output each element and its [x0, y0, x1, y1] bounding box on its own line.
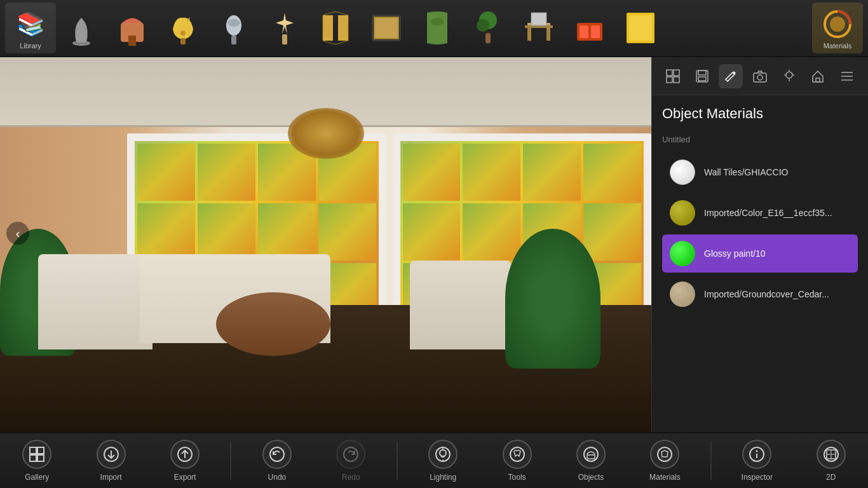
save-tool-button[interactable]: [690, 64, 714, 88]
svg-rect-44: [816, 78, 820, 82]
svg-rect-13: [375, 18, 398, 38]
plant-right: [505, 229, 600, 369]
gallery-button[interactable]: Gallery: [8, 435, 65, 487]
svg-rect-50: [30, 455, 36, 461]
divider-3: [710, 442, 712, 480]
svg-rect-19: [525, 25, 553, 28]
top-object-7[interactable]: [361, 3, 412, 53]
svg-rect-8: [282, 34, 287, 44]
top-object-1[interactable]: [56, 3, 107, 53]
objects-label: Objects: [578, 473, 604, 482]
panel-toolbar: [652, 57, 868, 95]
object-materials-panel: Object Materials Untitled Wall Tiles/GHI…: [652, 95, 868, 432]
top-object-6[interactable]: [310, 3, 361, 53]
edit-tool-button[interactable]: [719, 64, 743, 88]
home-tool-button[interactable]: [806, 64, 830, 88]
material-swatch-4: [670, 281, 695, 307]
material-item-2[interactable]: Imported/Color_E16__1eccf35...: [662, 194, 858, 232]
top-object-4[interactable]: [208, 3, 259, 53]
materials-bottom-button[interactable]: Materials: [636, 435, 693, 487]
divider-1: [230, 442, 231, 480]
material-swatch-2: [670, 200, 695, 226]
material-item-4[interactable]: Imported/Groundcover_Cedar...: [662, 275, 858, 313]
svg-rect-7: [231, 36, 236, 44]
top-object-2[interactable]: [107, 3, 158, 53]
2d-icon: [817, 440, 846, 469]
svg-rect-9: [323, 15, 333, 41]
material-swatch-1: [670, 159, 695, 185]
export-button[interactable]: Export: [156, 435, 214, 487]
main-area: ‹: [0, 57, 868, 432]
svg-point-67: [756, 451, 758, 452]
library-button[interactable]: 📚 Library: [5, 3, 56, 53]
inspector-button[interactable]: Inspector: [728, 435, 785, 487]
menu-tool-button[interactable]: [835, 64, 859, 88]
svg-rect-51: [37, 455, 44, 461]
lighting-label: Lighting: [430, 473, 456, 482]
bottom-toolbar: Gallery Import Export Undo Redo Lighting: [0, 432, 868, 488]
svg-point-14: [431, 18, 444, 25]
2d-button[interactable]: 2D: [803, 435, 860, 487]
layout-tool-button[interactable]: [661, 64, 685, 88]
top-object-5[interactable]: [259, 3, 310, 53]
svg-rect-2: [128, 36, 136, 46]
lighting-icon: [428, 440, 458, 469]
scene: ‹: [0, 57, 651, 432]
export-label: Export: [174, 473, 196, 482]
svg-rect-20: [527, 28, 531, 41]
materials-label: Materials: [824, 42, 852, 50]
2d-label: 2D: [826, 473, 836, 482]
svg-point-29: [830, 17, 845, 32]
viewport[interactable]: ‹: [0, 57, 651, 432]
material-item-1[interactable]: Wall Tiles/GHIACCIO: [662, 153, 858, 191]
material-name-1: Wall Tiles/GHIACCIO: [704, 167, 789, 177]
lighting-button[interactable]: Lighting: [414, 435, 471, 487]
viewport-nav-left[interactable]: ‹: [6, 222, 29, 245]
redo-button[interactable]: Redo: [322, 435, 379, 487]
top-object-11[interactable]: [564, 3, 615, 53]
svg-rect-10: [338, 15, 348, 41]
svg-point-39: [786, 72, 792, 78]
chandelier: [288, 108, 364, 159]
undo-button[interactable]: Undo: [248, 435, 306, 487]
chair-left: [38, 254, 153, 349]
material-swatch-3: [670, 241, 695, 266]
camera-tool-button[interactable]: [748, 64, 772, 88]
svg-rect-17: [485, 33, 491, 43]
coffee-table: [216, 292, 330, 356]
svg-rect-25: [591, 25, 600, 38]
inspector-icon: [742, 440, 771, 469]
library-label: Library: [20, 42, 41, 50]
svg-point-16: [477, 19, 489, 32]
objects-button[interactable]: Objects: [562, 435, 620, 487]
panel-title: Object Materials: [662, 105, 858, 122]
redo-icon: [336, 440, 365, 469]
light-tool-button[interactable]: [777, 64, 801, 88]
svg-rect-36: [698, 77, 706, 81]
svg-rect-4: [180, 38, 186, 44]
import-label: Import: [100, 473, 122, 482]
top-object-12[interactable]: [615, 3, 666, 53]
materials-button[interactable]: Materials: [812, 3, 863, 53]
inspector-label: Inspector: [742, 473, 773, 482]
top-object-10[interactable]: [513, 3, 564, 53]
chair-right: [410, 261, 512, 349]
tools-button[interactable]: Tools: [489, 435, 546, 487]
svg-point-3: [180, 30, 186, 36]
svg-rect-22: [531, 13, 546, 25]
svg-point-62: [510, 447, 524, 461]
material-item-3[interactable]: Glossy paint/10: [662, 234, 858, 273]
top-object-3[interactable]: [158, 3, 208, 53]
right-panel: Object Materials Untitled Wall Tiles/GHI…: [651, 57, 868, 432]
svg-rect-33: [674, 77, 679, 83]
top-object-9[interactable]: [463, 3, 513, 53]
gallery-icon: [22, 440, 51, 469]
objects-icon: [576, 440, 606, 469]
svg-point-65: [658, 447, 672, 461]
top-object-8[interactable]: [412, 3, 463, 53]
svg-rect-21: [546, 28, 550, 41]
undo-icon: [262, 440, 292, 469]
import-button[interactable]: Import: [83, 435, 140, 487]
svg-rect-24: [580, 25, 588, 38]
svg-rect-37: [754, 73, 766, 82]
